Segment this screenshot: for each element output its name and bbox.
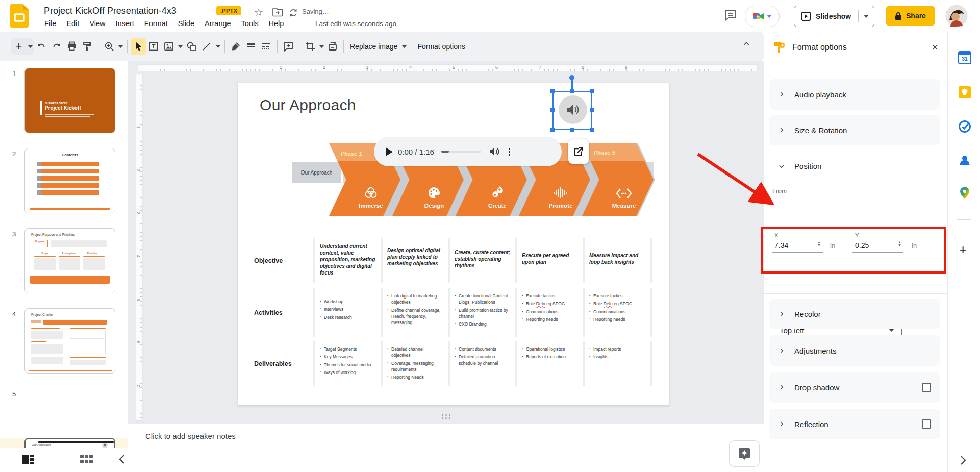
select-tool[interactable] — [131, 38, 146, 55]
slideshow-caret-icon[interactable] — [859, 15, 874, 18]
row-label[interactable]: Objective — [253, 238, 313, 283]
selection-handle-sw[interactable] — [550, 128, 555, 132]
play-icon[interactable] — [385, 147, 393, 156]
grid-view-icon[interactable] — [80, 454, 93, 465]
slideshow-button[interactable]: Slideshow — [794, 6, 874, 27]
border-dash-icon[interactable] — [259, 38, 274, 55]
y-value[interactable]: 0.25 — [855, 241, 869, 250]
line-tool-icon[interactable] — [199, 38, 214, 55]
speaker-notes-panel[interactable]: Click to add speaker notes — [128, 424, 764, 472]
gemini-button[interactable] — [729, 440, 760, 467]
insert-image-icon[interactable] — [161, 38, 177, 55]
paint-format-icon[interactable] — [80, 38, 95, 55]
table-row-objective[interactable]: Objective Understand current context, va… — [253, 238, 652, 283]
zoom-caret-icon[interactable] — [117, 38, 124, 55]
slide-thumbnail-1[interactable]: BUSINESS DECKS Project Kickoff — [24, 68, 115, 133]
share-button[interactable]: Share — [886, 6, 935, 26]
menu-arrange[interactable]: Arrange — [200, 18, 236, 29]
audio-speaker-element[interactable] — [559, 95, 587, 124]
filmstrip-resize-handle[interactable] — [38, 441, 114, 443]
crop-caret-icon[interactable] — [318, 38, 325, 55]
tasks-icon[interactable] — [958, 120, 971, 133]
menu-help[interactable]: Help — [264, 18, 288, 29]
section-recolor[interactable]: Recolor — [769, 299, 940, 329]
comment-history-icon[interactable] — [724, 9, 737, 21]
star-icon[interactable]: ☆ — [254, 6, 263, 18]
add-addon-icon[interactable]: + — [959, 242, 967, 258]
y-stepper[interactable]: ▲▼ — [898, 241, 901, 247]
text-box-icon[interactable] — [146, 38, 161, 55]
reflection-checkbox[interactable] — [922, 419, 931, 429]
drop-shadow-checkbox[interactable] — [922, 383, 931, 392]
slide-thumbnail-4[interactable]: Project Charter — [24, 308, 115, 374]
new-slide-button[interactable]: + — [11, 38, 34, 55]
selection-handle-w[interactable] — [550, 108, 555, 112]
last-edit-link[interactable]: Last edit was seconds ago — [315, 20, 396, 28]
position-header[interactable]: Position — [778, 162, 821, 170]
print-icon[interactable] — [64, 38, 80, 55]
slides-logo[interactable] — [10, 4, 29, 28]
row-label[interactable]: Deliverables — [253, 341, 313, 386]
table-row-activities[interactable]: Activities Workshop Interviews Desk rese… — [253, 288, 652, 337]
menu-format[interactable]: Format — [140, 18, 172, 29]
slide-page[interactable]: Our Approach Our Approach Immerse Design… — [238, 83, 669, 406]
audio-player[interactable]: 0:00 / 1:16 — [374, 137, 562, 166]
selection-handle-ne[interactable] — [590, 89, 594, 93]
avatar[interactable] — [945, 5, 968, 27]
approach-table[interactable]: Objective Understand current context, va… — [253, 238, 652, 386]
slide-thumbnail-3[interactable]: Project Purpose and Priorities Purpose S… — [24, 228, 115, 293]
panel-close-icon[interactable]: × — [932, 41, 938, 54]
menu-view[interactable]: View — [85, 18, 110, 29]
keep-icon[interactable] — [958, 86, 971, 99]
contacts-icon[interactable] — [958, 154, 971, 167]
document-title[interactable]: Project KickOff Presentation-4x3 — [44, 6, 177, 16]
menu-slide[interactable]: Slide — [173, 18, 199, 29]
selection-handle-e[interactable] — [590, 108, 594, 112]
shape-icon[interactable] — [184, 38, 199, 55]
menu-tools[interactable]: Tools — [237, 18, 263, 29]
menu-edit[interactable]: Edit — [62, 18, 84, 29]
player-menu-icon[interactable] — [509, 148, 510, 156]
new-slide-caret-icon[interactable] — [27, 38, 34, 55]
replace-image-caret-icon[interactable] — [400, 38, 408, 55]
slide-thumbnail-2[interactable]: Contents — [24, 148, 115, 213]
selection-handle-nw[interactable] — [550, 89, 555, 93]
redo-button[interactable] — [49, 38, 64, 55]
section-size-rotation[interactable]: Size & Rotation — [769, 115, 940, 145]
selection-handle-n[interactable] — [570, 89, 574, 93]
section-drop-shadow[interactable]: Drop shadow — [769, 372, 940, 403]
section-audio-playback[interactable]: Audio playback — [769, 79, 940, 110]
format-options-button[interactable]: Format options — [414, 42, 468, 51]
x-stepper[interactable]: ▲▼ — [817, 241, 821, 247]
expand-rail-icon[interactable] — [960, 455, 966, 465]
line-caret-icon[interactable] — [214, 38, 221, 55]
border-weight-icon[interactable] — [243, 38, 259, 55]
section-reflection[interactable]: Reflection — [769, 409, 940, 439]
zoom-icon[interactable] — [102, 38, 117, 55]
menu-insert[interactable]: Insert — [111, 18, 139, 29]
border-color-icon[interactable] — [228, 38, 243, 55]
calendar-icon[interactable]: 31 — [958, 51, 971, 64]
speaker-notes-placeholder[interactable]: Click to add speaker notes — [145, 432, 236, 440]
undo-button[interactable] — [34, 38, 49, 55]
image-caret-icon[interactable] — [177, 38, 184, 55]
selection-handle-s[interactable] — [570, 128, 574, 132]
table-row-deliverables[interactable]: Deliverables Target Segments Key Message… — [253, 341, 652, 386]
add-comment-icon[interactable] — [281, 38, 296, 55]
notes-resize-handle[interactable] — [442, 414, 450, 419]
x-value[interactable]: 7.34 — [774, 241, 788, 250]
meet-button[interactable] — [745, 6, 780, 27]
volume-icon[interactable] — [489, 147, 499, 156]
crop-icon[interactable] — [303, 38, 318, 55]
filmstrip-view-icon[interactable] — [21, 454, 35, 465]
rotation-handle[interactable] — [569, 75, 574, 80]
menu-file[interactable]: File — [40, 18, 61, 29]
collapse-filmstrip-icon[interactable] — [118, 454, 125, 465]
toolbar-collapse-icon[interactable] — [742, 40, 750, 48]
section-adjustments[interactable]: Adjustments — [769, 335, 940, 366]
reset-image-icon[interactable] — [325, 38, 340, 55]
move-folder-icon[interactable] — [272, 8, 283, 17]
slide-title[interactable]: Our Approach — [260, 96, 356, 114]
open-in-new-button[interactable] — [568, 139, 589, 164]
row-label[interactable]: Activities — [253, 288, 313, 337]
